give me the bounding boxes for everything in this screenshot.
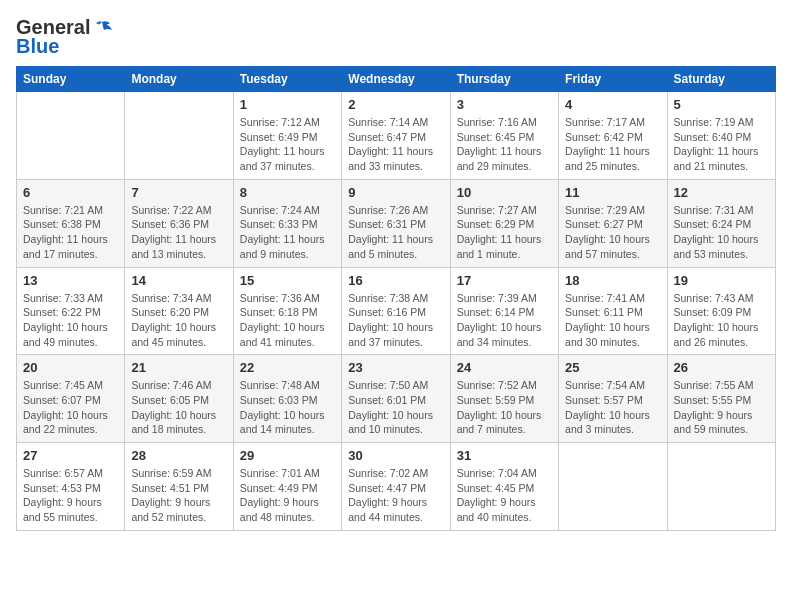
day-number: 30 — [348, 448, 443, 463]
calendar-cell: 29Sunrise: 7:01 AM Sunset: 4:49 PM Dayli… — [233, 443, 341, 531]
day-info: Sunrise: 7:33 AM Sunset: 6:22 PM Dayligh… — [23, 291, 118, 350]
page-header: General Blue — [16, 16, 776, 58]
day-info: Sunrise: 7:16 AM Sunset: 6:45 PM Dayligh… — [457, 115, 552, 174]
calendar-cell: 13Sunrise: 7:33 AM Sunset: 6:22 PM Dayli… — [17, 267, 125, 355]
day-info: Sunrise: 7:41 AM Sunset: 6:11 PM Dayligh… — [565, 291, 660, 350]
calendar-cell: 31Sunrise: 7:04 AM Sunset: 4:45 PM Dayli… — [450, 443, 558, 531]
day-number: 20 — [23, 360, 118, 375]
day-info: Sunrise: 7:27 AM Sunset: 6:29 PM Dayligh… — [457, 203, 552, 262]
calendar-cell: 8Sunrise: 7:24 AM Sunset: 6:33 PM Daylig… — [233, 179, 341, 267]
day-number: 18 — [565, 273, 660, 288]
day-number: 23 — [348, 360, 443, 375]
day-number: 11 — [565, 185, 660, 200]
calendar-cell: 7Sunrise: 7:22 AM Sunset: 6:36 PM Daylig… — [125, 179, 233, 267]
day-info: Sunrise: 7:46 AM Sunset: 6:05 PM Dayligh… — [131, 378, 226, 437]
day-info: Sunrise: 7:55 AM Sunset: 5:55 PM Dayligh… — [674, 378, 769, 437]
day-number: 15 — [240, 273, 335, 288]
day-info: Sunrise: 7:31 AM Sunset: 6:24 PM Dayligh… — [674, 203, 769, 262]
day-number: 13 — [23, 273, 118, 288]
day-number: 10 — [457, 185, 552, 200]
day-number: 29 — [240, 448, 335, 463]
day-info: Sunrise: 7:45 AM Sunset: 6:07 PM Dayligh… — [23, 378, 118, 437]
calendar-table: SundayMondayTuesdayWednesdayThursdayFrid… — [16, 66, 776, 531]
day-info: Sunrise: 7:04 AM Sunset: 4:45 PM Dayligh… — [457, 466, 552, 525]
calendar-cell: 4Sunrise: 7:17 AM Sunset: 6:42 PM Daylig… — [559, 92, 667, 180]
day-number: 25 — [565, 360, 660, 375]
calendar-cell: 16Sunrise: 7:38 AM Sunset: 6:16 PM Dayli… — [342, 267, 450, 355]
calendar-cell — [17, 92, 125, 180]
weekday-header-tuesday: Tuesday — [233, 67, 341, 92]
day-number: 12 — [674, 185, 769, 200]
day-number: 4 — [565, 97, 660, 112]
day-number: 16 — [348, 273, 443, 288]
calendar-cell: 10Sunrise: 7:27 AM Sunset: 6:29 PM Dayli… — [450, 179, 558, 267]
day-number: 21 — [131, 360, 226, 375]
day-number: 3 — [457, 97, 552, 112]
day-info: Sunrise: 6:59 AM Sunset: 4:51 PM Dayligh… — [131, 466, 226, 525]
calendar-cell: 27Sunrise: 6:57 AM Sunset: 4:53 PM Dayli… — [17, 443, 125, 531]
day-info: Sunrise: 7:14 AM Sunset: 6:47 PM Dayligh… — [348, 115, 443, 174]
calendar-cell: 19Sunrise: 7:43 AM Sunset: 6:09 PM Dayli… — [667, 267, 775, 355]
day-info: Sunrise: 7:24 AM Sunset: 6:33 PM Dayligh… — [240, 203, 335, 262]
weekday-header-saturday: Saturday — [667, 67, 775, 92]
logo-blue: Blue — [16, 35, 59, 58]
calendar-cell: 17Sunrise: 7:39 AM Sunset: 6:14 PM Dayli… — [450, 267, 558, 355]
calendar-cell: 21Sunrise: 7:46 AM Sunset: 6:05 PM Dayli… — [125, 355, 233, 443]
day-info: Sunrise: 7:34 AM Sunset: 6:20 PM Dayligh… — [131, 291, 226, 350]
calendar-cell — [667, 443, 775, 531]
calendar-cell — [125, 92, 233, 180]
logo: General Blue — [16, 16, 114, 58]
day-info: Sunrise: 7:01 AM Sunset: 4:49 PM Dayligh… — [240, 466, 335, 525]
calendar-cell: 9Sunrise: 7:26 AM Sunset: 6:31 PM Daylig… — [342, 179, 450, 267]
day-info: Sunrise: 7:54 AM Sunset: 5:57 PM Dayligh… — [565, 378, 660, 437]
calendar-cell: 18Sunrise: 7:41 AM Sunset: 6:11 PM Dayli… — [559, 267, 667, 355]
logo-bird-icon — [92, 20, 114, 36]
day-info: Sunrise: 7:17 AM Sunset: 6:42 PM Dayligh… — [565, 115, 660, 174]
day-number: 5 — [674, 97, 769, 112]
weekday-header-thursday: Thursday — [450, 67, 558, 92]
calendar-cell: 24Sunrise: 7:52 AM Sunset: 5:59 PM Dayli… — [450, 355, 558, 443]
day-info: Sunrise: 7:29 AM Sunset: 6:27 PM Dayligh… — [565, 203, 660, 262]
day-number: 22 — [240, 360, 335, 375]
day-number: 19 — [674, 273, 769, 288]
calendar-cell: 26Sunrise: 7:55 AM Sunset: 5:55 PM Dayli… — [667, 355, 775, 443]
calendar-cell: 28Sunrise: 6:59 AM Sunset: 4:51 PM Dayli… — [125, 443, 233, 531]
day-info: Sunrise: 7:12 AM Sunset: 6:49 PM Dayligh… — [240, 115, 335, 174]
calendar-cell: 5Sunrise: 7:19 AM Sunset: 6:40 PM Daylig… — [667, 92, 775, 180]
weekday-header-sunday: Sunday — [17, 67, 125, 92]
day-number: 26 — [674, 360, 769, 375]
calendar-cell: 25Sunrise: 7:54 AM Sunset: 5:57 PM Dayli… — [559, 355, 667, 443]
day-number: 14 — [131, 273, 226, 288]
day-number: 28 — [131, 448, 226, 463]
day-number: 27 — [23, 448, 118, 463]
day-info: Sunrise: 7:52 AM Sunset: 5:59 PM Dayligh… — [457, 378, 552, 437]
calendar-cell: 2Sunrise: 7:14 AM Sunset: 6:47 PM Daylig… — [342, 92, 450, 180]
calendar-cell: 20Sunrise: 7:45 AM Sunset: 6:07 PM Dayli… — [17, 355, 125, 443]
day-info: Sunrise: 7:22 AM Sunset: 6:36 PM Dayligh… — [131, 203, 226, 262]
calendar-cell: 12Sunrise: 7:31 AM Sunset: 6:24 PM Dayli… — [667, 179, 775, 267]
day-number: 1 — [240, 97, 335, 112]
day-info: Sunrise: 7:36 AM Sunset: 6:18 PM Dayligh… — [240, 291, 335, 350]
calendar-cell: 11Sunrise: 7:29 AM Sunset: 6:27 PM Dayli… — [559, 179, 667, 267]
day-info: Sunrise: 7:21 AM Sunset: 6:38 PM Dayligh… — [23, 203, 118, 262]
day-info: Sunrise: 7:02 AM Sunset: 4:47 PM Dayligh… — [348, 466, 443, 525]
calendar-cell: 3Sunrise: 7:16 AM Sunset: 6:45 PM Daylig… — [450, 92, 558, 180]
day-number: 24 — [457, 360, 552, 375]
calendar-cell: 30Sunrise: 7:02 AM Sunset: 4:47 PM Dayli… — [342, 443, 450, 531]
day-info: Sunrise: 6:57 AM Sunset: 4:53 PM Dayligh… — [23, 466, 118, 525]
day-number: 6 — [23, 185, 118, 200]
weekday-header-friday: Friday — [559, 67, 667, 92]
day-number: 8 — [240, 185, 335, 200]
weekday-header-monday: Monday — [125, 67, 233, 92]
calendar-cell: 15Sunrise: 7:36 AM Sunset: 6:18 PM Dayli… — [233, 267, 341, 355]
day-number: 7 — [131, 185, 226, 200]
day-number: 31 — [457, 448, 552, 463]
weekday-header-wednesday: Wednesday — [342, 67, 450, 92]
calendar-cell: 6Sunrise: 7:21 AM Sunset: 6:38 PM Daylig… — [17, 179, 125, 267]
calendar-cell: 22Sunrise: 7:48 AM Sunset: 6:03 PM Dayli… — [233, 355, 341, 443]
calendar-cell: 14Sunrise: 7:34 AM Sunset: 6:20 PM Dayli… — [125, 267, 233, 355]
day-info: Sunrise: 7:48 AM Sunset: 6:03 PM Dayligh… — [240, 378, 335, 437]
calendar-cell — [559, 443, 667, 531]
day-number: 9 — [348, 185, 443, 200]
calendar-cell: 1Sunrise: 7:12 AM Sunset: 6:49 PM Daylig… — [233, 92, 341, 180]
